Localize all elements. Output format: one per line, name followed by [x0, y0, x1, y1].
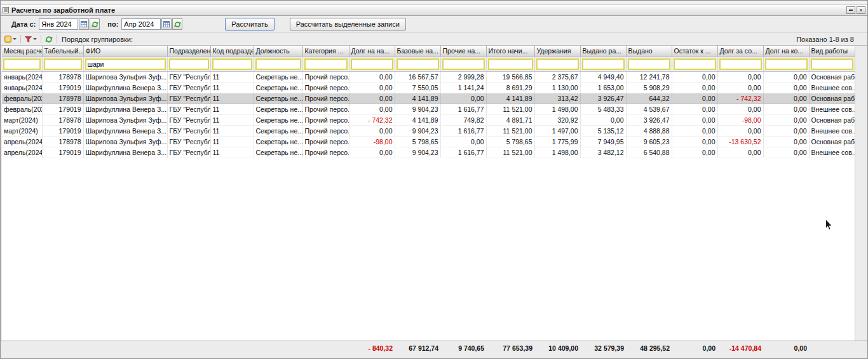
export-button[interactable]: [3, 34, 18, 44]
cell: Прочий персо...: [302, 136, 349, 147]
column-header[interactable]: Долг на ко...: [763, 46, 809, 56]
cell: Основная раб...: [809, 136, 855, 147]
filter-input[interactable]: [351, 58, 393, 70]
table-row[interactable]: март(2024)178978Шарипова Зульфия Зуф...Г…: [2, 114, 855, 125]
filter-input[interactable]: [582, 58, 625, 70]
cell: Шарифуллина Венера З...: [83, 147, 167, 158]
cell: Прочий персо...: [302, 114, 349, 125]
column-header[interactable]: Долг за со...: [717, 46, 763, 56]
filter-input[interactable]: [628, 58, 670, 70]
cell: 11: [210, 147, 254, 158]
filter-cell: [486, 56, 534, 71]
table-row[interactable]: апрель(2024)178978Шарипова Зульфия Зуф..…: [2, 136, 855, 147]
table-row[interactable]: февраль(2024)179019Шарифуллина Венера З.…: [2, 104, 855, 114]
cell: 3 482,12: [580, 147, 626, 158]
cell: ГБУ "Республ...: [167, 136, 210, 147]
filter-input[interactable]: [397, 58, 439, 70]
cell: Секретарь не...: [254, 136, 302, 147]
column-header[interactable]: ФИО: [83, 46, 167, 56]
filter-input[interactable]: [674, 58, 716, 70]
cell: 0,00: [763, 82, 809, 93]
cell: 1 130,00: [534, 82, 580, 93]
cell: апрель(2024): [2, 147, 42, 158]
column-header[interactable]: Выдано: [626, 46, 672, 56]
filter-input[interactable]: [719, 58, 762, 70]
cell: Внешнее сов...: [809, 104, 855, 114]
cell: 16 567,57: [395, 71, 440, 82]
total-cell: 48 295,52: [626, 341, 672, 352]
filter-input[interactable]: [442, 58, 485, 70]
filter-row: [2, 56, 855, 71]
table-row[interactable]: январь(2024)179019Шарифуллина Венера З..…: [2, 82, 855, 93]
column-header[interactable]: Прочие на...: [440, 46, 486, 56]
date-from-refresh-button[interactable]: [90, 18, 100, 30]
column-header[interactable]: Итого начи...: [486, 46, 534, 56]
column-header[interactable]: Вид работы: [809, 46, 855, 56]
column-header[interactable]: Базовые на...: [395, 46, 440, 56]
filter-input[interactable]: [212, 58, 252, 70]
cell: ГБУ "Республ...: [167, 82, 210, 93]
date-from-calendar-button[interactable]: [79, 18, 89, 30]
filter-input[interactable]: [3, 58, 41, 70]
cell: 9 605,23: [626, 136, 672, 147]
table-row[interactable]: январь(2024)178978Шарипова Зульфия Зуф..…: [2, 71, 855, 82]
cell: - 742,32: [717, 93, 763, 104]
date-to-field: [121, 18, 182, 30]
filter-input[interactable]: [255, 58, 301, 70]
calculate-selected-button[interactable]: Рассчитать выделенные записи: [290, 18, 406, 30]
close-button[interactable]: ×: [857, 6, 865, 14]
filter-cell: [534, 56, 580, 71]
filter-input[interactable]: [536, 58, 579, 70]
column-header[interactable]: Код подразде...: [210, 46, 254, 56]
column-header[interactable]: Должность: [254, 46, 302, 56]
column-header[interactable]: Выдано ра...: [580, 46, 626, 56]
filter-cell: [672, 56, 717, 71]
date-to-calendar-button[interactable]: [161, 18, 172, 30]
filter-input[interactable]: [85, 58, 166, 70]
cell: Шарифуллина Венера З...: [83, 104, 167, 114]
cell: 2 999,28: [440, 71, 486, 82]
filter-input[interactable]: [304, 58, 348, 70]
cell: 4 141,89: [486, 93, 534, 104]
cell: Секретарь не...: [254, 93, 302, 104]
table-row[interactable]: апрель(2024)179019Шарифуллина Венера З..…: [2, 147, 855, 158]
column-header[interactable]: Долг на на...: [349, 46, 395, 56]
filter-cell: [395, 56, 440, 71]
minimize-button[interactable]: [846, 6, 855, 14]
cell: 0,00: [672, 93, 717, 104]
cell: январь(2024): [2, 82, 42, 93]
cell: Прочий персо...: [302, 104, 349, 114]
cell: 1 616,77: [440, 147, 486, 158]
date-from-input[interactable]: [39, 18, 78, 30]
table-row[interactable]: февраль(2024)178978Шарипова Зульфия Зуф.…: [2, 93, 855, 104]
cell: 11: [210, 93, 254, 104]
column-header[interactable]: Табельный...: [42, 46, 83, 56]
filter-input[interactable]: [44, 58, 82, 70]
cell: ГБУ "Республ...: [167, 125, 210, 136]
cell: февраль(2024): [2, 93, 42, 104]
cell: 0,00: [717, 82, 763, 93]
column-header[interactable]: Месяц расчета: [2, 46, 42, 56]
filter-cell: [580, 56, 626, 71]
filter-input[interactable]: [169, 58, 209, 70]
date-to-input[interactable]: [121, 18, 161, 30]
column-header[interactable]: Удержания: [534, 46, 580, 56]
toolbar-separator: [20, 35, 21, 43]
cell: 5 483,33: [580, 104, 626, 114]
cell: 1 497,00: [534, 125, 580, 136]
filter-button[interactable]: [23, 34, 39, 44]
cell: 179019: [42, 82, 83, 93]
date-to-refresh-button[interactable]: [172, 18, 182, 30]
column-header[interactable]: Категория ...: [302, 46, 349, 56]
calculate-button[interactable]: Рассчитать: [225, 18, 274, 30]
filter-input[interactable]: [765, 58, 808, 70]
table-row[interactable]: март(2024)179019Шарифуллина Венера З...Г…: [2, 125, 855, 136]
total-cell: 0,00: [763, 341, 809, 352]
column-header[interactable]: Остаток к ...: [672, 46, 717, 56]
filter-input[interactable]: [488, 58, 533, 70]
column-header[interactable]: Подразделение: [167, 46, 210, 56]
cell: 0,00: [763, 147, 809, 158]
refresh-button[interactable]: [43, 34, 55, 44]
filter-input[interactable]: [811, 58, 853, 70]
cell: 11: [210, 125, 254, 136]
